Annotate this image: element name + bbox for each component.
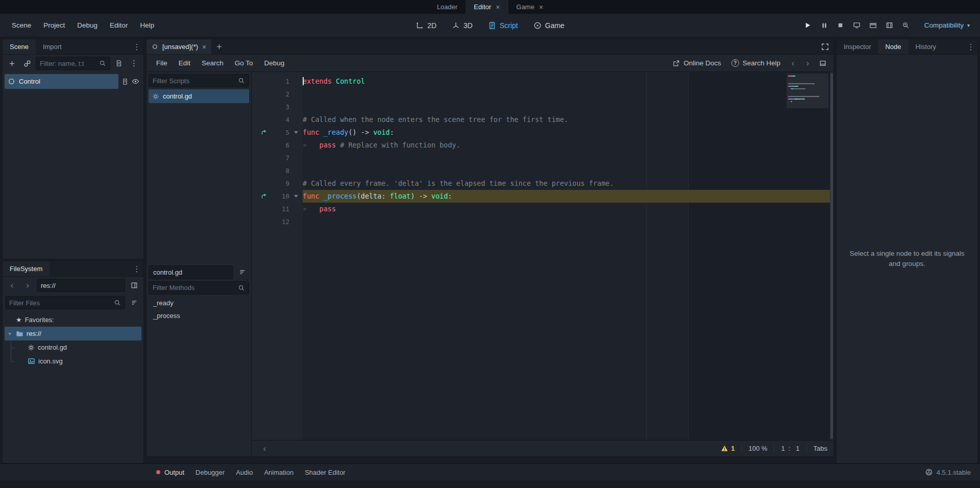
version-info[interactable]: 4.5.1.stable <box>925 468 971 476</box>
script-menu-debug[interactable]: Debug <box>259 56 290 70</box>
scripts-filter-input[interactable] <box>153 77 235 85</box>
dock-menu-icon[interactable]: ⋮ <box>130 261 143 276</box>
code-line-10[interactable]: 10func _process(delta: float) -> void: <box>252 190 834 203</box>
add-node-button[interactable] <box>5 57 19 70</box>
collapse-arrow-icon[interactable]: ▾ <box>7 331 13 336</box>
code-line-1[interactable]: 1extends Control <box>252 75 834 88</box>
stop-button[interactable] <box>834 18 848 33</box>
profiler-button[interactable] <box>899 18 913 33</box>
menu-help[interactable]: Help <box>134 18 160 32</box>
line-number[interactable]: 12 <box>269 215 289 228</box>
minimap[interactable] <box>787 74 828 108</box>
indent-type[interactable]: Tabs <box>814 445 827 452</box>
script-list-item[interactable]: control.gd <box>149 89 249 103</box>
window-tab-editor[interactable]: Editor× <box>465 0 508 14</box>
current-path-input[interactable] <box>41 282 121 289</box>
history-forward-button[interactable]: › <box>21 279 35 292</box>
search-help-button[interactable]: ? Search Help <box>727 57 785 69</box>
scrollbar-thumb[interactable] <box>830 73 833 439</box>
dock-menu-icon[interactable]: ⋮ <box>964 39 977 54</box>
view-button-3d[interactable]: 3D <box>452 21 473 30</box>
filesystem-tab-filesystem[interactable]: FileSystem <box>3 261 50 276</box>
line-number[interactable]: 4 <box>269 113 289 126</box>
pause-button[interactable] <box>817 18 831 33</box>
fold-toggle[interactable] <box>289 190 303 203</box>
fold-toggle[interactable] <box>289 126 303 139</box>
dock-menu-icon[interactable]: ⋮ <box>130 39 143 54</box>
movie-maker-button[interactable] <box>866 18 880 33</box>
online-docs-button[interactable]: Online Docs <box>668 57 726 69</box>
line-number[interactable]: 5 <box>269 126 289 139</box>
menu-editor[interactable]: Editor <box>104 18 133 32</box>
line-number[interactable]: 9 <box>269 177 289 190</box>
rightdock-tab-node[interactable]: Node <box>878 39 908 54</box>
code-line-4[interactable]: 4# Called when the node enters the scene… <box>252 113 834 126</box>
expand-editor-button[interactable] <box>816 39 834 54</box>
line-number[interactable]: 3 <box>269 101 289 113</box>
window-tab-loader[interactable]: Loader <box>429 0 465 14</box>
bottom-panel-output[interactable]: Output <box>151 467 190 478</box>
scene-tab-unsaved[interactable]: [unsaved](*) × <box>146 39 211 54</box>
view-button-script[interactable]: Script <box>488 21 518 30</box>
line-number[interactable]: 7 <box>269 152 289 164</box>
menu-scene[interactable]: Scene <box>6 18 37 32</box>
scroll-left-icon[interactable]: ‹ <box>258 442 272 455</box>
menu-project[interactable]: Project <box>38 18 70 32</box>
script-history-back-button[interactable]: ‹ <box>786 57 800 70</box>
method-item-_process[interactable]: _process <box>149 309 249 322</box>
close-icon[interactable]: × <box>539 4 543 11</box>
remote-debug-button[interactable] <box>850 18 864 33</box>
window-tab-game[interactable]: Game× <box>508 0 552 14</box>
scene-dock-menu-button[interactable]: ⋮ <box>127 57 141 70</box>
vertical-scrollbar[interactable] <box>830 72 834 440</box>
warnings-indicator[interactable]: 1 <box>721 445 734 452</box>
view-button-game[interactable]: Game <box>533 21 565 30</box>
code-line-3[interactable]: 3 <box>252 101 834 113</box>
line-number[interactable]: 6 <box>269 139 289 152</box>
scene-tab-import[interactable]: Import <box>36 39 69 54</box>
toggle-split-mode-button[interactable] <box>127 279 141 292</box>
method-item-_ready[interactable]: _ready <box>149 297 249 309</box>
fs-item-favorites-[interactable]: ★Favorites: <box>5 313 141 327</box>
close-icon[interactable]: × <box>202 43 206 51</box>
sort-methods-button[interactable] <box>235 265 249 279</box>
rightdock-tab-inspector[interactable]: Inspector <box>837 39 878 54</box>
code-line-12[interactable]: 12 <box>252 215 834 228</box>
view-button-2d[interactable]: 2D <box>415 21 436 30</box>
line-number[interactable]: 11 <box>269 203 289 215</box>
play-button[interactable] <box>801 18 815 33</box>
toggle-scripts-panel-button[interactable] <box>816 57 829 70</box>
eye-icon[interactable] <box>132 78 139 85</box>
bottom-panel-audio[interactable]: Audio <box>230 467 258 478</box>
menu-debug[interactable]: Debug <box>71 18 103 32</box>
scene-filter-input[interactable] <box>40 60 96 67</box>
current-script-dropdown[interactable]: control.gd <box>149 265 233 279</box>
renderer-dropdown[interactable]: Compatibility ▾ <box>920 19 974 32</box>
fs-item-res-[interactable]: ▾res:// <box>5 327 141 340</box>
zoom-level[interactable]: 100 % <box>749 445 768 452</box>
fs-item-control-gd[interactable]: control.gd <box>5 340 141 354</box>
code-line-5[interactable]: 5func _ready() -> void: <box>252 126 834 139</box>
bottom-panel-animation[interactable]: Animation <box>258 467 299 478</box>
script-history-forward-button[interactable]: › <box>801 57 815 70</box>
code-viewport[interactable]: 1extends Control234# Called when the nod… <box>252 72 834 440</box>
instance-scene-button[interactable] <box>20 57 34 70</box>
bottom-panel-shader-editor[interactable]: Shader Editor <box>299 467 351 478</box>
code-line-7[interactable]: 7 <box>252 152 834 164</box>
line-number[interactable]: 1 <box>269 75 289 88</box>
script-menu-file[interactable]: File <box>151 56 173 70</box>
script-menu-search[interactable]: Search <box>196 56 229 70</box>
play-custom-scene-button[interactable] <box>883 18 897 33</box>
fs-item-icon-svg[interactable]: icon.svg <box>5 354 141 368</box>
file-sort-button[interactable] <box>127 296 141 309</box>
bottom-panel-debugger[interactable]: Debugger <box>190 467 230 478</box>
methods-filter-input[interactable] <box>153 284 235 291</box>
scene-node-control[interactable]: Control <box>5 74 118 89</box>
script-menu-go-to[interactable]: Go To <box>229 56 259 70</box>
close-icon[interactable]: × <box>496 4 500 11</box>
code-line-9[interactable]: 9# Called every frame. 'delta' is the el… <box>252 177 834 190</box>
code-line-8[interactable]: 8 <box>252 164 834 177</box>
script-file-icon[interactable] <box>121 78 129 85</box>
history-back-button[interactable]: ‹ <box>5 279 19 292</box>
script-menu-edit[interactable]: Edit <box>173 56 196 70</box>
